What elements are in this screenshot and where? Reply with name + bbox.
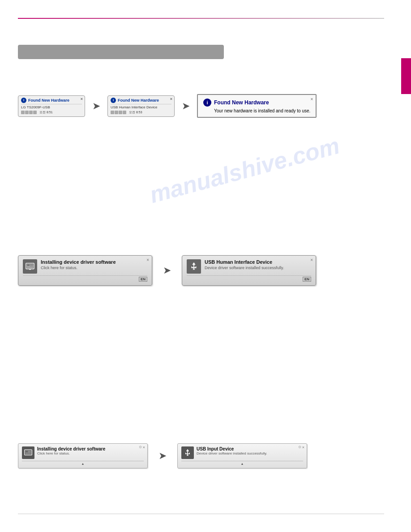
win7-notif1-close-area: ⚙ ×	[139, 445, 145, 450]
notif1-time: 오전 8:51	[39, 110, 53, 115]
notif2-body: USB Human Interface Device	[111, 105, 171, 109]
notif1-title-bar: i Found New Hardware ×	[21, 98, 82, 104]
notif1-title-text: Found New Hardware	[28, 98, 69, 103]
win7-notif1-sub[interactable]: Click here for status.	[37, 451, 144, 455]
win7-device-icon-1	[22, 446, 34, 459]
win7-notif1-taskbar: ▲	[22, 461, 144, 465]
notif2-title-bar: i Found New Hardware ×	[111, 98, 171, 104]
win7-usb-input-notif: ⚙ × USB Input Device Device driver softw…	[177, 443, 307, 468]
usb-device-icon-1	[187, 259, 201, 274]
taskbar-icon	[29, 111, 33, 114]
info-icon-2: i	[111, 98, 116, 103]
vista-notif2-text: USB Human Interface Device Device driver…	[205, 259, 311, 270]
notif2-title-text: Found New Hardware	[118, 98, 159, 103]
installing-driver-notif-1: × Installing device driver software Clic…	[18, 255, 152, 286]
notif2-taskbar: 오전 8:53	[111, 110, 171, 115]
svg-rect-4	[30, 266, 33, 266]
right-accent-bar	[401, 58, 411, 94]
notif1-close[interactable]: ×	[81, 97, 83, 101]
vista-notif1-text: Installing device driver software Click …	[41, 259, 147, 270]
section-header-bar	[18, 45, 224, 59]
win7-notif2-title: USB Input Device	[197, 446, 303, 451]
win7-usb-icon	[181, 446, 194, 459]
device-driver-icon-1	[23, 259, 37, 274]
win7-notif1-title: Installing device driver software	[37, 446, 144, 451]
arrow-icon-3: ➤	[163, 265, 171, 276]
vista-notif2-inner: USB Human Interface Device Device driver…	[187, 259, 311, 274]
notif3-body: Your new hardware is installed and ready…	[214, 108, 310, 113]
notif1-body: LG TS2009F-USB	[21, 105, 82, 109]
taskbar-up-arrow: ▲	[81, 462, 85, 465]
vista-notif1-taskbar: EN	[23, 275, 147, 282]
win7-notif1-inner: Installing device driver software Click …	[22, 446, 144, 459]
win7-notif2-close[interactable]: ×	[302, 445, 304, 450]
info-icon-1: i	[21, 98, 26, 103]
notif1-taskbar: 오전 8:51	[21, 110, 82, 115]
win7-notif2-sub: Device driver software installed success…	[197, 451, 303, 455]
svg-rect-2	[27, 264, 30, 266]
svg-rect-5	[29, 269, 31, 270]
win7-notif2-close-area: ⚙ ×	[298, 445, 304, 450]
vista-notif1-sub[interactable]: Click here for status.	[41, 266, 147, 270]
vista-notif1-title: Installing device driver software	[41, 259, 147, 265]
vista-notif2-close[interactable]: ×	[310, 257, 313, 262]
win7-notif1-close[interactable]: ×	[143, 445, 145, 450]
section3-installing-driver-win7: ⚙ × Installing device driver software Cl…	[18, 443, 384, 468]
taskbar-icon	[111, 111, 114, 114]
info-icon-3: i	[203, 99, 211, 107]
taskbar-icon	[115, 111, 118, 114]
section2-installing-driver: × Installing device driver software Clic…	[18, 255, 384, 286]
taskbar-icon	[33, 111, 37, 114]
taskbar-en-2: EN	[303, 277, 311, 282]
taskbar-en-1: EN	[139, 277, 147, 282]
vista-notif1-inner: Installing device driver software Click …	[23, 259, 147, 274]
section1-found-hardware: i Found New Hardware × LG TS2009F-USB 오전…	[18, 94, 384, 118]
win7-notif2-text: USB Input Device Device driver software …	[197, 446, 303, 455]
win7-notif1-text: Installing device driver software Click …	[37, 446, 144, 455]
vista-notif2-taskbar: EN	[187, 275, 311, 282]
taskbar-icon	[123, 111, 126, 114]
found-hardware-notif-2: i Found New Hardware × USB Human Interfa…	[107, 95, 175, 117]
taskbar-icon	[25, 111, 29, 114]
taskbar-icon	[21, 111, 25, 114]
vista-notif2-sub: Device driver software installed success…	[205, 266, 311, 270]
bottom-decorative-line	[18, 514, 384, 514]
notif3-close[interactable]: ×	[310, 97, 313, 102]
notif3-title-text: Found New Hardware	[214, 99, 269, 106]
notif2-time: 오전 8:53	[129, 110, 142, 115]
notif2-close[interactable]: ×	[170, 97, 172, 101]
taskbar-icons-2	[111, 111, 126, 114]
found-hardware-notif-3: × i Found New Hardware Your new hardware…	[197, 94, 317, 118]
notif3-title-bar: i Found New Hardware	[203, 99, 310, 107]
vista-notif2-title: USB Human Interface Device	[205, 259, 311, 265]
taskbar-up-arrow-2: ▲	[241, 462, 244, 465]
usb-hid-notif: × USB Human Interface Device Device driv…	[182, 255, 316, 286]
svg-rect-8	[26, 451, 28, 452]
arrow-icon-4: ➤	[158, 450, 167, 462]
win7-installing-notif-1: ⚙ × Installing device driver software Cl…	[18, 443, 148, 468]
vista-notif1-close[interactable]: ×	[146, 257, 149, 262]
watermark-text: manualshive.com	[147, 132, 342, 209]
taskbar-icon	[119, 111, 122, 114]
win7-notif2-inner: USB Input Device Device driver software …	[181, 446, 303, 459]
taskbar-icons-1	[21, 111, 37, 114]
found-hardware-notif-1: i Found New Hardware × LG TS2009F-USB 오전…	[18, 95, 85, 117]
top-decorative-line	[18, 18, 384, 19]
win7-notif2-taskbar: ▲	[181, 461, 303, 465]
svg-rect-3	[30, 264, 33, 265]
arrow-icon-1: ➤	[92, 100, 100, 112]
arrow-icon-2: ➤	[182, 100, 190, 112]
